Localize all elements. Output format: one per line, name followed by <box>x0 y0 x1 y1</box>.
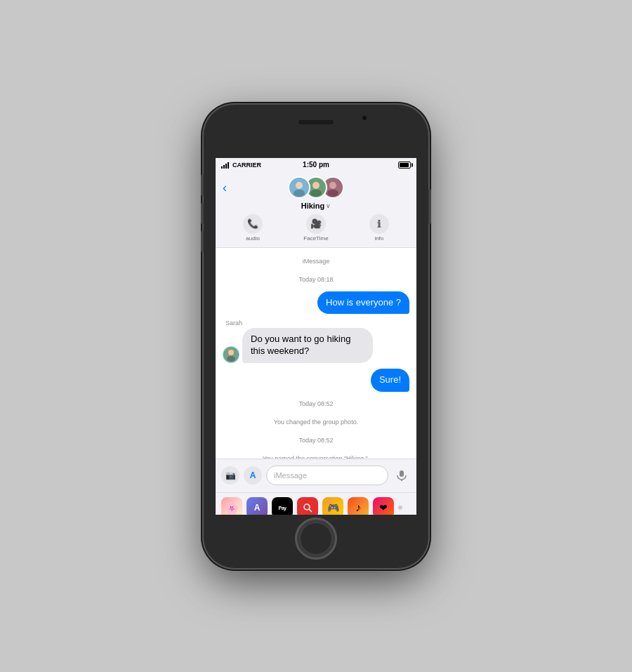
info-button[interactable]: ℹ info <box>369 214 389 242</box>
svg-line-15 <box>309 509 312 512</box>
system-message-photo-change: You changed the group photo. <box>223 419 409 426</box>
svg-point-8 <box>327 190 338 197</box>
facetime-button[interactable]: 🎥 FaceTime <box>303 214 328 242</box>
home-button-inner <box>300 522 332 555</box>
phone-screen: CARRIER 1:50 pm ‹ <box>216 158 416 515</box>
camera-dot <box>362 116 367 120</box>
app-icons-bar: 🌸 A Pay 🎮 ♪ ❤ <box>216 492 416 515</box>
audio-icon: 📞 <box>243 214 263 234</box>
search-app-icon[interactable] <box>297 497 318 515</box>
input-placeholder: iMessage <box>274 471 307 480</box>
appstore-app-icon[interactable]: A <box>246 497 268 515</box>
svg-point-10 <box>228 350 234 355</box>
avatar-1 <box>288 176 310 199</box>
bubble-outgoing-1: How is everyone ? <box>317 291 409 315</box>
music-app-icon[interactable]: ♪ <box>348 497 369 515</box>
input-bar: 📷 A iMessage <box>216 459 416 492</box>
svg-point-5 <box>310 190 322 197</box>
volume-down-button <box>201 231 204 252</box>
group-avatars <box>288 176 344 199</box>
svg-point-1 <box>296 182 303 189</box>
clock: 1:50 pm <box>303 161 329 169</box>
bubble-incoming-1: Do you want to go hiking this weekend? <box>242 328 373 363</box>
group-name-label: Hiking <box>301 202 325 210</box>
audio-record-button[interactable] <box>393 466 411 485</box>
back-chevron-icon[interactable]: ‹ <box>223 181 227 194</box>
audio-call-button[interactable]: 📞 audio <box>243 214 263 242</box>
info-label: info <box>374 235 383 242</box>
system-message-name-change: You named the conversation "Hiking ". <box>223 455 409 458</box>
signal-bar-2 <box>223 165 225 169</box>
nav-top: ‹ <box>223 176 409 199</box>
battery-fill <box>400 163 409 167</box>
system-message-time2: Today 08:52 <box>223 437 409 444</box>
earpiece <box>298 120 334 124</box>
nav-bar: ‹ <box>216 172 416 248</box>
phone-device: CARRIER 1:50 pm ‹ <box>204 105 428 568</box>
signal-bar-3 <box>225 164 227 169</box>
svg-point-11 <box>227 356 235 362</box>
group-name-chevron-icon: ∨ <box>326 202 331 209</box>
svg-rect-12 <box>400 470 404 477</box>
photos-app-icon[interactable]: 🌸 <box>221 497 242 515</box>
battery-icon <box>398 162 411 169</box>
incoming-message-group: Sarah Do you want to go hiking this week… <box>223 319 409 363</box>
messages-area: iMessage Today 08:18 How is everyone ? S… <box>216 248 416 459</box>
sender-name-sarah: Sarah <box>225 319 242 327</box>
camera-button[interactable]: 📷 <box>221 466 239 485</box>
applepay-app-icon[interactable]: Pay <box>272 497 293 515</box>
svg-point-4 <box>312 182 320 189</box>
svg-point-2 <box>294 190 305 197</box>
facetime-icon: 🎥 <box>306 214 326 234</box>
more-apps-indicator <box>398 506 402 510</box>
battery-area <box>398 162 411 169</box>
status-bar: CARRIER 1:50 pm <box>216 158 416 172</box>
volume-up-button <box>201 203 204 224</box>
carrier-label: CARRIER <box>232 162 261 169</box>
group-name-row[interactable]: Hiking ∨ <box>223 202 409 210</box>
message-row-incoming-1: Do you want to go hiking this weekend? <box>223 328 409 363</box>
system-message-date1: Today 08:18 <box>223 276 409 283</box>
system-message-imessage: iMessage <box>223 258 409 265</box>
fitness-app-icon[interactable]: ❤ <box>373 497 394 515</box>
sarah-avatar <box>223 346 239 363</box>
svg-point-7 <box>329 182 336 189</box>
audio-label: audio <box>246 235 260 242</box>
back-button[interactable]: ‹ <box>223 181 227 194</box>
system-message-time1: Today 08:52 <box>223 400 409 407</box>
games-app-icon[interactable]: 🎮 <box>322 497 343 515</box>
bubble-outgoing-2: Sure! <box>371 369 409 392</box>
facetime-label: FaceTime <box>303 235 328 242</box>
status-left: CARRIER <box>221 162 261 169</box>
info-icon: ℹ <box>369 214 389 234</box>
message-row-outgoing-2: Sure! <box>223 369 409 392</box>
message-row-outgoing-1: How is everyone ? <box>223 291 409 315</box>
signal-bar-1 <box>221 166 223 169</box>
home-button[interactable] <box>295 518 337 560</box>
svg-point-14 <box>304 504 310 510</box>
signal-bar-4 <box>228 162 229 169</box>
action-buttons: 📞 audio 🎥 FaceTime ℹ info <box>223 214 409 242</box>
signal-bars-icon <box>221 162 229 169</box>
appstore-button[interactable]: A <box>244 466 262 485</box>
message-input[interactable]: iMessage <box>266 466 388 485</box>
